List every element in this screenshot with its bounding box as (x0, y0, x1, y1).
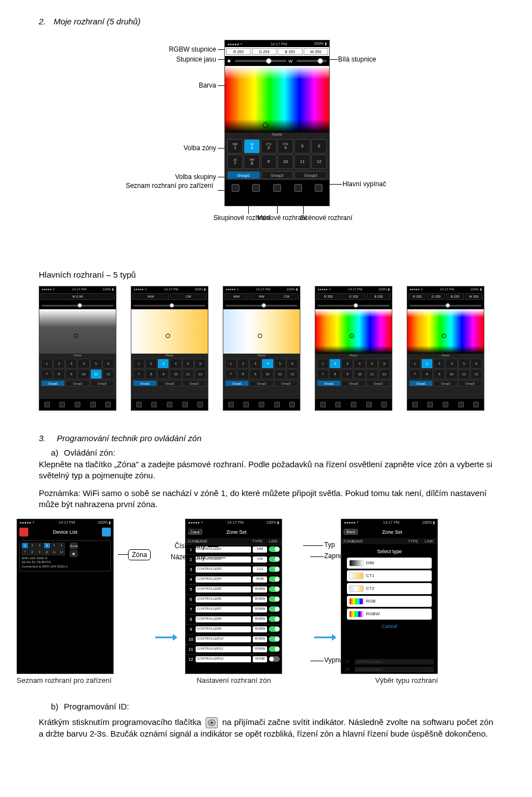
thumb-zone-12[interactable]: 12 (103, 369, 114, 379)
search-icon[interactable] (102, 528, 111, 537)
thumb-group-3[interactable]: Group3 (274, 380, 298, 386)
thumb-zone-3[interactable]: 3 (157, 359, 169, 369)
thumb-group-1[interactable]: Group1 (409, 380, 433, 386)
thumb-group-2[interactable]: Group2 (65, 380, 89, 386)
zone-button-5[interactable]: 5 (294, 139, 310, 154)
thumb-zone-12[interactable]: 12 (378, 369, 390, 379)
brightness-slider[interactable]: ✺ W (225, 56, 329, 66)
thumb-zone-3[interactable]: 3 (249, 359, 261, 369)
group-button-1[interactable]: Group1 (227, 171, 260, 179)
group-button-2[interactable]: Group2 (261, 171, 294, 179)
thumb-group-1[interactable]: Group1 (133, 380, 157, 386)
thumb-zone-1[interactable]: 1 (133, 359, 145, 369)
bottom-group-button[interactable] (246, 180, 267, 196)
zone-button-3[interactable]: CT13 (261, 139, 277, 154)
thumb-bottom-1[interactable] (331, 399, 346, 410)
thumb-bottom-2[interactable] (162, 399, 177, 410)
thumb-zone-7[interactable]: 7 (133, 369, 145, 379)
thumb-bottom-3[interactable] (177, 399, 193, 410)
thumb-zone-10[interactable]: 10 (446, 369, 457, 379)
thumb-bottom-3[interactable] (453, 399, 469, 410)
zone-row-3[interactable]: 3CONTROLLER3CL2 (186, 564, 282, 574)
bottom-scene-button[interactable] (288, 180, 309, 196)
thumb-bottom-1[interactable] (55, 399, 70, 410)
thumb-zone-10[interactable]: 10 (170, 369, 181, 379)
thumb-group-3[interactable]: Group3 (366, 380, 390, 386)
thumb-bottom-0[interactable] (131, 399, 147, 410)
thumb-zone-7[interactable]: 7 (317, 369, 329, 379)
thumb-zone-6[interactable]: 6 (287, 359, 298, 369)
thumb-zone-9[interactable]: 9 (249, 369, 261, 379)
link-toggle-5[interactable] (269, 586, 280, 592)
thumb-zone-2[interactable]: 2 (53, 359, 65, 369)
thumb-bottom-0[interactable] (315, 399, 331, 410)
mini-zone-10[interactable]: 10 (44, 549, 50, 555)
thumb-zone-5[interactable]: 5 (274, 359, 286, 369)
type-option-rgbw[interactable]: RGBW (347, 609, 432, 620)
thumb-zone-4[interactable]: 4 (78, 359, 89, 369)
thumb-group-2[interactable]: Group2 (341, 380, 365, 386)
thumb-zone-2[interactable]: 2 (421, 359, 433, 369)
thumb-group-1[interactable]: Group1 (225, 380, 249, 386)
thumb-bottom-2[interactable] (438, 399, 453, 410)
thumb-bottom-1[interactable] (147, 399, 162, 410)
zone-row-12[interactable]: 12CONTROLLER12NONE (186, 654, 282, 664)
thumb-zone-6[interactable]: 6 (195, 359, 206, 369)
thumb-zone-2[interactable]: 2 (145, 359, 157, 369)
device-entry[interactable]: 123456789101112 WIFI-104-SSID-0 32:AA:3C… (19, 540, 111, 571)
thumb-zone-10[interactable]: 10 (262, 369, 273, 379)
zone-row-11[interactable]: 11CONTROLLER11RGBW (186, 644, 282, 654)
type-option-dim[interactable]: DIM (347, 558, 432, 569)
thumb-bottom-4[interactable] (468, 399, 484, 410)
thumb-group-1[interactable]: Group1 (41, 380, 65, 386)
thumb-zone-11[interactable]: 11 (366, 369, 378, 379)
bottom-power-button[interactable] (308, 180, 329, 196)
thumb-bottom-0[interactable] (407, 399, 423, 410)
thumb-zone-9[interactable]: 9 (65, 369, 77, 379)
thumb-zone-8[interactable]: 8 (237, 369, 249, 379)
thumb-bottom-3[interactable] (269, 399, 285, 410)
zone-button-6[interactable]: 6 (311, 139, 327, 154)
thumb-bottom-2[interactable] (254, 399, 269, 410)
link-toggle-12[interactable] (269, 656, 280, 662)
zone-row-5[interactable]: 5CONTROLLER5RGBW (186, 584, 282, 594)
zone-row-8[interactable]: 8CONTROLLER8RGBW (186, 614, 282, 624)
thumb-zone-5[interactable]: 5 (182, 359, 194, 369)
thumb-zone-8[interactable]: 8 (53, 369, 65, 379)
thumb-bottom-3[interactable] (361, 399, 377, 410)
thumb-group-3[interactable]: Group3 (90, 380, 114, 386)
thumb-bottom-0[interactable] (39, 399, 55, 410)
thumb-zone-11[interactable]: 11 (90, 369, 102, 379)
zone-button-8[interactable]: NW8 (244, 155, 259, 169)
thumb-zone-3[interactable]: 3 (433, 359, 445, 369)
thumb-zone-2[interactable]: 2 (237, 359, 249, 369)
thumb-bottom-1[interactable] (423, 399, 438, 410)
mini-zone-1[interactable]: 1 (22, 543, 28, 549)
thumb-zone-8[interactable]: 8 (145, 369, 157, 379)
delete-icon[interactable] (19, 528, 28, 537)
thumb-zone-9[interactable]: 9 (157, 369, 169, 379)
link-toggle-7[interactable] (269, 606, 280, 612)
thumb-bottom-4[interactable] (100, 399, 116, 410)
thumb-group-2[interactable]: Group2 (157, 380, 181, 386)
thumb-bottom-2[interactable] (70, 399, 85, 410)
color-picker[interactable] (225, 66, 329, 132)
thumb-bottom-1[interactable] (239, 399, 254, 410)
thumb-zone-6[interactable]: 6 (470, 359, 482, 369)
mini-zone-4[interactable]: 4 (44, 543, 50, 549)
thumb-group-3[interactable]: Group3 (182, 380, 206, 386)
thumb-zone-5[interactable]: 5 (458, 359, 470, 369)
thumb-zone-6[interactable]: 6 (378, 359, 390, 369)
thumb-zone-2[interactable]: 2 (329, 359, 341, 369)
thumb-zone-10[interactable]: 10 (354, 369, 365, 379)
cancel-button[interactable]: Cancel (347, 621, 432, 631)
thumb-zone-11[interactable]: 11 (458, 369, 470, 379)
thumb-zone-6[interactable]: 6 (103, 359, 114, 369)
zone-row-9[interactable]: 9CONTROLLER9RGBW (186, 624, 282, 634)
thumb-bottom-4[interactable] (192, 399, 208, 410)
thumb-bottom-2[interactable] (346, 399, 361, 410)
zone-row-10[interactable]: 10CONTROLLER10RGBW (186, 634, 282, 644)
link-toggle-4[interactable] (269, 576, 280, 582)
mini-zone-6[interactable]: 6 (58, 543, 65, 549)
zone-row-4[interactable]: 4CONTROLLER4RGB (186, 574, 282, 584)
